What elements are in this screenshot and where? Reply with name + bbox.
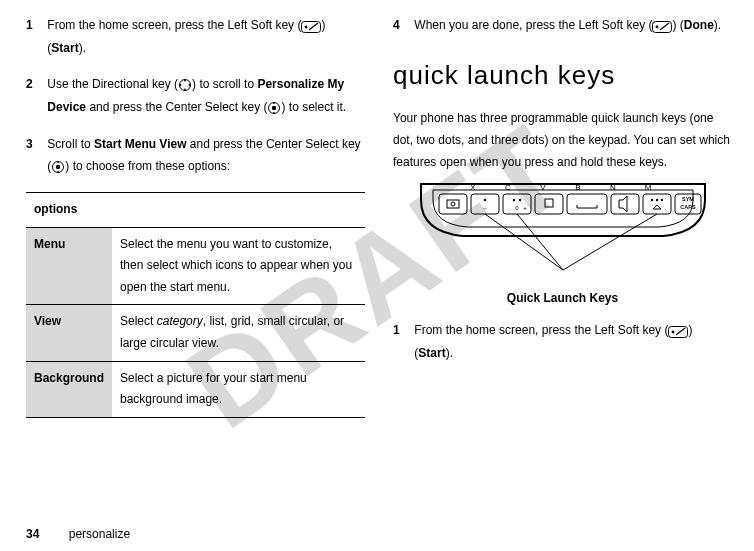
step-number: 3 [26, 133, 44, 155]
start-menu-view-label: Start Menu View [94, 137, 186, 151]
options-header: options [26, 193, 365, 228]
text: From the home screen, press the Left Sof… [47, 18, 301, 32]
option-label: Background [26, 361, 112, 417]
text: ) to choose from these options: [65, 159, 230, 173]
text: Use the Directional key ( [47, 77, 178, 91]
text: Select [120, 314, 157, 328]
page-number: 34 [26, 527, 39, 541]
option-desc: Select the menu you want to customize, t… [112, 227, 365, 305]
left-soft-key-icon [301, 15, 321, 37]
svg-point-1 [305, 25, 308, 28]
step-1-right: 1 From the home screen, press the Left S… [393, 319, 732, 364]
center-select-key-icon [267, 97, 281, 119]
svg-point-15 [58, 171, 60, 173]
svg-point-45 [660, 198, 662, 200]
step-body: Scroll to Start Menu View and press the … [47, 133, 364, 178]
center-select-key-icon [51, 156, 65, 178]
text: From the home screen, press the Left Sof… [414, 323, 668, 337]
right-column: 4 When you are done, press the Left Soft… [393, 14, 732, 503]
text: ). [79, 41, 86, 55]
svg-point-14 [58, 161, 60, 163]
quick-launch-keys-caption: Quick Launch Keys [393, 287, 732, 309]
step-3-left: 3 Scroll to Start Menu View and press th… [26, 133, 365, 178]
start-label: Start [418, 346, 445, 360]
svg-rect-41 [545, 199, 553, 207]
text: ). [714, 18, 721, 32]
svg-text:–: – [483, 205, 487, 211]
svg-text:+: + [523, 205, 527, 211]
svg-text:.: . [631, 205, 633, 211]
svg-line-18 [660, 23, 669, 30]
svg-point-38 [518, 198, 520, 200]
options-table: options Menu Select the menu you want to… [26, 192, 365, 418]
page-content: 1 From the home screen, press the Left S… [0, 0, 754, 511]
text: Scroll to [47, 137, 94, 151]
left-soft-key-icon [668, 320, 688, 342]
svg-line-2 [309, 23, 318, 30]
page-footer: 34 personalize [26, 527, 130, 541]
svg-text:0: 0 [515, 205, 519, 211]
table-row: Menu Select the menu you want to customi… [26, 227, 365, 305]
step-number: 4 [393, 14, 411, 36]
option-label: Menu [26, 227, 112, 305]
svg-rect-29 [567, 194, 607, 214]
svg-text:CAPS: CAPS [680, 204, 696, 210]
svg-point-13 [56, 165, 60, 169]
svg-rect-33 [447, 200, 459, 208]
svg-line-50 [563, 214, 657, 270]
step-2-left: 2 Use the Directional key () to scroll t… [26, 73, 365, 119]
step-body: From the home screen, press the Left Sof… [47, 14, 364, 59]
svg-point-7 [189, 84, 191, 86]
text: When you are done, press the Left Soft k… [414, 18, 652, 32]
left-soft-key-icon [652, 15, 672, 37]
svg-text:N: N [610, 183, 616, 192]
category-italic: category [157, 314, 203, 328]
svg-point-52 [672, 330, 675, 333]
start-label: Start [51, 41, 78, 55]
step-number: 1 [393, 319, 411, 341]
step-number: 2 [26, 73, 44, 95]
svg-point-10 [274, 102, 276, 104]
svg-point-9 [272, 106, 276, 110]
svg-point-43 [650, 198, 652, 200]
text: ) to select it. [281, 100, 346, 114]
directional-key-icon [178, 74, 192, 96]
svg-point-35 [483, 198, 485, 200]
text: and press the Center Select key ( [86, 100, 267, 114]
text: ) to scroll to [192, 77, 257, 91]
svg-text:SYM: SYM [682, 196, 694, 202]
step-1-left: 1 From the home screen, press the Left S… [26, 14, 365, 59]
svg-point-6 [180, 84, 182, 86]
svg-rect-31 [643, 194, 671, 214]
svg-point-5 [184, 88, 186, 90]
step-body: From the home screen, press the Left Sof… [414, 319, 731, 364]
svg-point-11 [274, 112, 276, 114]
quick-launch-intro: Your phone has three programmable quick … [393, 107, 732, 174]
svg-rect-26 [471, 194, 499, 214]
quick-launch-keys-heading: quick launch keys [393, 51, 732, 99]
table-row: Background Select a picture for your sta… [26, 361, 365, 417]
section-name: personalize [69, 527, 130, 541]
keypad-illustration: XCVBNM – [393, 182, 732, 285]
option-desc: Select a picture for your start menu bac… [112, 361, 365, 417]
svg-text:V: V [540, 183, 546, 192]
svg-point-44 [655, 198, 657, 200]
left-column: 1 From the home screen, press the Left S… [26, 14, 365, 503]
svg-rect-27 [503, 194, 531, 214]
svg-rect-25 [439, 194, 467, 214]
svg-point-37 [512, 198, 514, 200]
text: ). [446, 346, 453, 360]
svg-point-34 [451, 202, 455, 206]
done-label: Done [684, 18, 714, 32]
step-body: When you are done, press the Left Soft k… [414, 14, 731, 37]
svg-text:C: C [505, 183, 511, 192]
svg-rect-30 [611, 194, 639, 214]
svg-text:M: M [644, 183, 651, 192]
svg-text:X: X [470, 183, 476, 192]
step-body: Use the Directional key () to scroll to … [47, 73, 364, 119]
svg-text:B: B [575, 183, 580, 192]
step-number: 1 [26, 14, 44, 36]
svg-rect-28 [535, 194, 563, 214]
option-desc: Select category, list, grid, small circu… [112, 305, 365, 361]
svg-point-17 [656, 25, 659, 28]
